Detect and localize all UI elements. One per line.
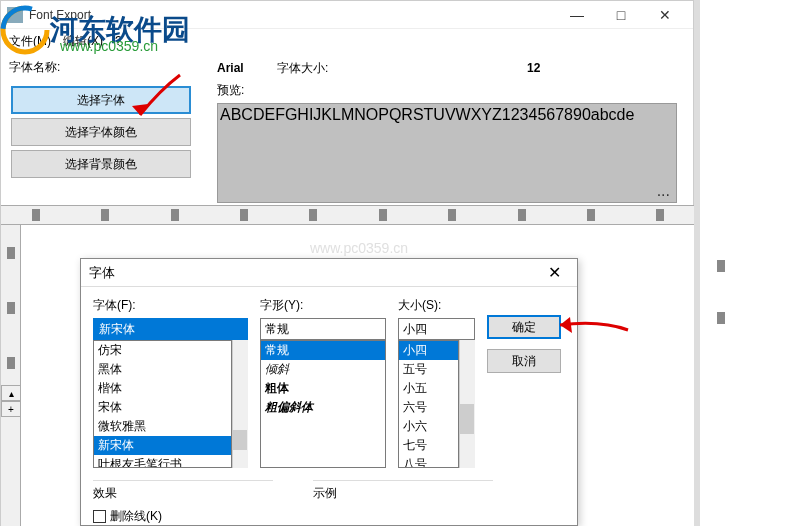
size-column: 大小(S): 小四 小四 五号 小五 六号 小六 七号 八号 [398,297,476,468]
titlebar: Font Export — □ ✕ [1,1,693,29]
scrollbar[interactable] [459,340,475,468]
font-info-row: Arial 字体大小: 12 [217,57,689,79]
ruler-mark [656,209,664,221]
strikeout-checkbox[interactable] [93,510,106,523]
ruler-mark [518,209,526,221]
font-name-value: Arial [217,61,277,75]
ruler-mark [309,209,317,221]
strikeout-row[interactable]: 删除线(K) [93,508,273,525]
vertical-ruler [1,225,21,526]
ruler-mark [717,312,725,324]
list-item[interactable]: 新宋体 [94,436,231,455]
effects-label: 效果 [93,486,117,500]
ruler-mark [448,209,456,221]
ruler-mark [171,209,179,221]
ruler-mark [7,247,15,259]
maximize-button[interactable]: □ [599,1,643,29]
app-icon [7,7,23,23]
select-font-button[interactable]: 选择字体 [11,86,191,114]
sample-group: 示例 [313,480,493,525]
menu-file[interactable]: 文件(M) [9,33,51,50]
list-item[interactable]: 楷体 [94,379,231,398]
font-field-label: 字体(F): [93,297,248,314]
select-bg-color-button[interactable]: 选择背景颜色 [11,150,191,178]
dialog-button-column: 确定 取消 [487,297,565,468]
menu-help[interactable]: ? [115,34,122,48]
ruler-mark [7,302,15,314]
strikeout-label: 删除线(K) [110,508,162,525]
secondary-panel [700,0,811,526]
dialog-title: 字体 [89,264,539,282]
size-input[interactable]: 小四 [398,318,476,340]
right-column: Arial 字体大小: 12 预览: ABCDEFGHIJKLMNOPQRSTU… [213,57,689,203]
list-item[interactable]: 小六 [399,417,459,436]
menu-edit[interactable]: 编辑(X) [63,33,103,50]
close-button[interactable]: ✕ [643,1,687,29]
list-item[interactable]: 宋体 [94,398,231,417]
preview-box: ABCDEFGHIJKLMNOPQRSTUVWXYZ1234567890abcd… [217,103,677,203]
preview-label: 预览: [217,82,244,99]
list-item[interactable]: 倾斜 [261,360,385,379]
list-item[interactable]: 黑体 [94,360,231,379]
sample-label: 示例 [313,486,337,500]
list-item[interactable]: 五号 [399,360,459,379]
list-item[interactable]: 八号 [399,455,459,468]
font-size-label: 字体大小: [277,60,407,77]
preview-more-button[interactable]: ... [657,182,670,200]
top-panel: 字体名称: 选择字体 选择字体颜色 选择背景颜色 Arial 字体大小: 12 … [1,53,693,207]
style-column: 字形(Y): 常规 常规 倾斜 粗体 粗偏斜体 [260,297,386,468]
list-item[interactable]: 七号 [399,436,459,455]
scroll-up-button[interactable]: ▴ [1,385,21,401]
cancel-button[interactable]: 取消 [487,349,561,373]
left-column: 字体名称: 选择字体 选择字体颜色 选择背景颜色 [5,57,213,203]
font-dialog: 字体 ✕ 字体(F): 新宋体 仿宋 黑体 楷体 宋体 微软雅黑 新宋体 叶根友… [80,258,578,526]
ruler-mark [32,209,40,221]
font-column: 字体(F): 新宋体 仿宋 黑体 楷体 宋体 微软雅黑 新宋体 叶根友毛笔行书 [93,297,248,468]
scrollbar[interactable] [232,340,248,468]
faint-watermark: www.pc0359.cn [310,240,408,256]
dialog-close-button[interactable]: ✕ [539,261,569,285]
effects-group: 效果 删除线(K) [93,480,273,525]
font-size-value: 12 [527,61,540,75]
minimize-button[interactable]: — [555,1,599,29]
preview-text: ABCDEFGHIJKLMNOPQRSTUVWXYZ1234567890abcd… [220,106,634,123]
menubar: 文件(M) 编辑(X) ? [1,29,693,53]
scroll-add-button[interactable]: + [1,401,21,417]
font-name-label: 字体名称: [5,57,213,82]
horizontal-ruler [1,205,695,225]
ruler-mark [379,209,387,221]
scrollbar-thumb[interactable] [460,404,474,434]
ruler-mark [587,209,595,221]
scrollbar-thumb[interactable] [233,430,247,450]
dialog-bottom-groups: 效果 删除线(K) 示例 [81,472,577,526]
ruler-mark [240,209,248,221]
font-input[interactable]: 新宋体 [93,318,248,340]
list-item[interactable]: 粗偏斜体 [261,398,385,417]
style-input[interactable]: 常规 [260,318,386,340]
dialog-body: 字体(F): 新宋体 仿宋 黑体 楷体 宋体 微软雅黑 新宋体 叶根友毛笔行书 … [81,287,577,472]
list-item[interactable]: 常规 [261,341,385,360]
window-title: Font Export [29,8,555,22]
dialog-titlebar: 字体 ✕ [81,259,577,287]
list-item[interactable]: 粗体 [261,379,385,398]
size-listbox[interactable]: 小四 五号 小五 六号 小六 七号 八号 [398,340,460,468]
ruler-mark [717,260,725,272]
list-item[interactable]: 小五 [399,379,459,398]
list-item[interactable]: 仿宋 [94,341,231,360]
list-item[interactable]: 六号 [399,398,459,417]
select-font-color-button[interactable]: 选择字体颜色 [11,118,191,146]
ruler-mark [101,209,109,221]
ruler-mark [7,357,15,369]
preview-label-row: 预览: [217,79,689,101]
list-item[interactable]: 叶根友毛笔行书 [94,455,231,468]
ok-button[interactable]: 确定 [487,315,561,339]
font-listbox[interactable]: 仿宋 黑体 楷体 宋体 微软雅黑 新宋体 叶根友毛笔行书 [93,340,232,468]
style-field-label: 字形(Y): [260,297,386,314]
size-field-label: 大小(S): [398,297,476,314]
style-listbox[interactable]: 常规 倾斜 粗体 粗偏斜体 [260,340,386,468]
list-item[interactable]: 微软雅黑 [94,417,231,436]
list-item[interactable]: 小四 [399,341,459,360]
